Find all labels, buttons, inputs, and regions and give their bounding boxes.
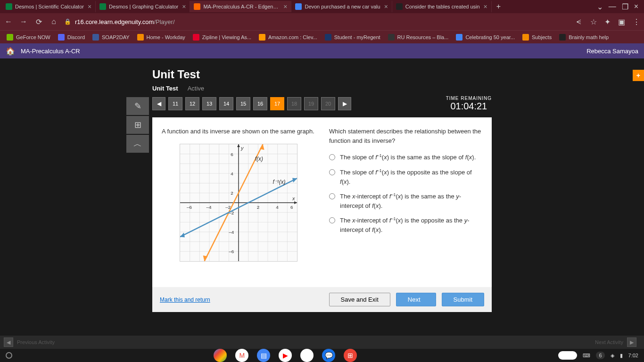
next-question-button[interactable]: ▶ bbox=[338, 97, 351, 110]
unit-title: Unit Test bbox=[152, 68, 492, 81]
option-3[interactable]: The x-intercept of f–1(x) is the same as… bbox=[329, 192, 482, 210]
chrome-icon[interactable] bbox=[214, 349, 227, 362]
q-12[interactable]: 12 bbox=[185, 97, 199, 110]
radio-4[interactable] bbox=[329, 217, 335, 223]
bookmark-geforce[interactable]: GeForce NOW bbox=[4, 33, 53, 41]
tab-edgenuity[interactable]: MA-Precalculus A-CR - Edgenuity × bbox=[190, 1, 291, 12]
q-17[interactable]: 17 bbox=[270, 97, 284, 110]
svg-text:4: 4 bbox=[276, 204, 279, 209]
bookmark-regent[interactable]: Student - myRegent bbox=[322, 33, 383, 41]
option-2[interactable]: The slope of f–1(x) is the opposite as t… bbox=[329, 168, 482, 186]
reload-button[interactable]: ⟳ bbox=[34, 17, 43, 26]
tab-google[interactable]: Devon purchased a new car valu × bbox=[291, 1, 392, 12]
docs-icon[interactable]: ▤ bbox=[257, 349, 270, 362]
star-icon[interactable]: ☆ bbox=[590, 17, 597, 26]
close-icon[interactable]: × bbox=[384, 3, 388, 10]
bookmark-icon bbox=[58, 34, 65, 41]
q-11[interactable]: 11 bbox=[168, 97, 182, 110]
radio-1[interactable] bbox=[329, 154, 335, 160]
chevron-down-icon[interactable]: ⌄ bbox=[597, 2, 603, 11]
taskbar-apps: M ▤ ▶ ▶ 💬 ⊞ bbox=[214, 349, 357, 362]
svg-marker-23 bbox=[237, 144, 240, 147]
home-button[interactable]: ⌂ bbox=[49, 17, 58, 26]
extensions-icon[interactable]: ✦ bbox=[604, 17, 611, 26]
q-14[interactable]: 14 bbox=[219, 97, 233, 110]
q-15[interactable]: 15 bbox=[236, 97, 250, 110]
option-text: The x-intercept of f–1(x) is the same as… bbox=[340, 192, 482, 210]
launcher-icon[interactable] bbox=[6, 352, 12, 359]
tab-title: Consider the tables created usin bbox=[405, 4, 480, 9]
notification-count[interactable]: 6 bbox=[596, 352, 604, 359]
minimize-icon[interactable]: — bbox=[609, 2, 616, 11]
new-tab-button[interactable]: + bbox=[492, 2, 505, 11]
prev-activity-button[interactable]: ◀ bbox=[4, 337, 13, 347]
q-16[interactable]: 16 bbox=[253, 97, 267, 110]
radio-2[interactable] bbox=[329, 169, 335, 175]
share-icon[interactable]: ⪪ bbox=[575, 17, 583, 26]
tab-active[interactable]: Active bbox=[188, 85, 204, 92]
home-icon[interactable]: 🏠 bbox=[6, 47, 15, 56]
close-icon[interactable]: × bbox=[88, 3, 91, 10]
mark-link[interactable]: Mark this and return bbox=[160, 296, 210, 303]
next-activity-button[interactable]: ▶ bbox=[627, 337, 636, 347]
panel-icon[interactable]: ▣ bbox=[618, 17, 625, 26]
tab-title: Desmos | Graphing Calculator bbox=[109, 4, 178, 9]
gmail-icon[interactable]: M bbox=[235, 349, 248, 362]
q-19[interactable]: 19 bbox=[304, 97, 318, 110]
tab-desmos-sci[interactable]: Desmos | Scientific Calculator × bbox=[2, 1, 96, 12]
app-icon[interactable]: ⊞ bbox=[344, 349, 357, 362]
back-button[interactable]: ← bbox=[4, 17, 13, 26]
tab-brainly[interactable]: Consider the tables created usin × bbox=[392, 1, 492, 12]
add-button[interactable]: + bbox=[633, 70, 644, 81]
pencil-tool[interactable]: ✎ bbox=[126, 97, 149, 115]
close-icon[interactable]: × bbox=[283, 3, 287, 10]
radio-3[interactable] bbox=[329, 193, 335, 199]
close-icon[interactable]: × bbox=[484, 3, 487, 10]
calculator-tool[interactable]: ⊞ bbox=[126, 116, 149, 134]
url-path: /Player/ bbox=[154, 18, 174, 25]
bookmark-icon bbox=[7, 34, 13, 41]
bookmark-celebrating[interactable]: Celebrating 50 year... bbox=[453, 33, 518, 41]
svg-text:–4: –4 bbox=[206, 204, 212, 209]
messages-icon[interactable]: 💬 bbox=[322, 349, 335, 362]
close-window-icon[interactable]: × bbox=[634, 2, 638, 11]
collapse-tool[interactable]: ︿ bbox=[126, 135, 149, 153]
clock[interactable]: 7:02 bbox=[628, 353, 638, 358]
wifi-icon[interactable]: ◈ bbox=[611, 353, 614, 359]
bookmark-ru[interactable]: RU Resources – Bla... bbox=[385, 33, 452, 41]
tab-unit-test[interactable]: Unit Test bbox=[152, 85, 178, 92]
bookmark-brainly[interactable]: Brainly math help bbox=[556, 33, 611, 41]
option-1[interactable]: The slope of f–1(x) is the same as the s… bbox=[329, 153, 482, 162]
tab-icon bbox=[6, 3, 12, 10]
bookmark-amazon[interactable]: Amazon.com : Clev... bbox=[256, 33, 320, 41]
bookmark-subjects[interactable]: Subjects bbox=[520, 33, 554, 41]
youtube-icon[interactable]: ▶ bbox=[279, 349, 292, 362]
bookmark-workday[interactable]: Home - Workday bbox=[134, 33, 188, 41]
main-area: + ✎ ⊞ ︿ Unit Test Unit Test Active ◀ 11 … bbox=[0, 58, 644, 336]
question-nav: ◀ 11 12 13 14 15 16 17 18 19 20 ▶ TIME R… bbox=[152, 96, 492, 112]
bookmark-zipline[interactable]: Zipline | Viewing As... bbox=[190, 33, 254, 41]
question-left-text: A function and its inverse are shown on … bbox=[162, 127, 315, 136]
shelf-preview[interactable] bbox=[558, 351, 577, 360]
keyboard-icon[interactable]: ⌨ bbox=[583, 353, 590, 359]
prev-activity-label: Previous Activity bbox=[17, 339, 55, 345]
battery-icon[interactable]: ▮ bbox=[620, 353, 623, 359]
forward-button[interactable]: → bbox=[19, 17, 28, 26]
q-13[interactable]: 13 bbox=[202, 97, 216, 110]
next-button[interactable]: Next bbox=[396, 293, 436, 306]
close-icon[interactable]: × bbox=[182, 3, 186, 10]
save-exit-button[interactable]: Save and Exit bbox=[329, 293, 390, 306]
submit-button[interactable]: Submit bbox=[442, 293, 484, 306]
url-input[interactable]: 🔒 r16.core.learn.edgenuity.com/Player/ bbox=[64, 18, 175, 25]
bookmark-discord[interactable]: Discord bbox=[55, 33, 88, 41]
q-20[interactable]: 20 bbox=[321, 97, 335, 110]
option-4[interactable]: The x-intercept of f–1(x) is the opposit… bbox=[329, 216, 482, 234]
tab-desmos-graph[interactable]: Desmos | Graphing Calculator × bbox=[96, 1, 190, 12]
menu-icon[interactable]: ⋮ bbox=[633, 17, 640, 26]
play-store-icon[interactable]: ▶ bbox=[300, 349, 314, 362]
bookmark-soap2day[interactable]: SOAP2DAY bbox=[90, 33, 132, 41]
maximize-icon[interactable]: ❐ bbox=[622, 2, 628, 11]
prev-question-button[interactable]: ◀ bbox=[152, 97, 165, 110]
q-18[interactable]: 18 bbox=[287, 97, 301, 110]
bookmarks-bar: GeForce NOW Discord SOAP2DAY Home - Work… bbox=[0, 30, 644, 43]
